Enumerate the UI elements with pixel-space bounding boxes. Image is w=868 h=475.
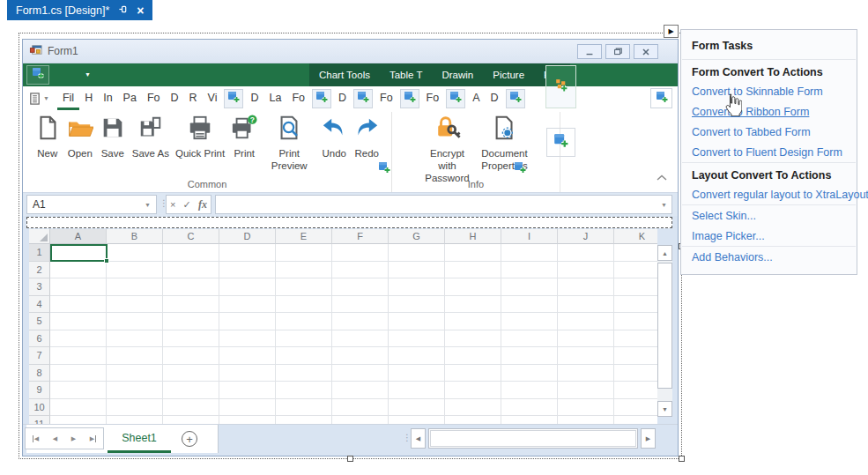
- print-preview-button[interactable]: Print Preview: [261, 115, 317, 172]
- cell-g5[interactable]: [389, 313, 445, 330]
- task-link-image-picker[interactable]: Image Picker...: [681, 226, 857, 246]
- column-header-j[interactable]: J: [558, 229, 614, 244]
- contextual-tab-table-t[interactable]: Table T: [380, 70, 433, 80]
- ribbon-tab-fo[interactable]: Fo: [375, 86, 398, 110]
- cell-j9[interactable]: [558, 382, 614, 399]
- cell-e9[interactable]: [276, 382, 332, 399]
- column-header-e[interactable]: E: [276, 229, 332, 244]
- task-link-convert-to-fluent-design-form[interactable]: Convert to Fluent Design Form: [681, 142, 857, 162]
- cell-j3[interactable]: [558, 278, 614, 296]
- close-icon[interactable]: ×: [137, 4, 144, 17]
- cell-b11[interactable]: [107, 416, 163, 424]
- cell-h11[interactable]: [445, 416, 501, 424]
- cell-i6[interactable]: [501, 330, 558, 348]
- resize-handle-bottom-right[interactable]: [679, 456, 685, 462]
- cell-c1[interactable]: [163, 244, 219, 262]
- insert-function-button[interactable]: fx: [198, 198, 207, 212]
- cell-h9[interactable]: [445, 382, 501, 399]
- cell-h2[interactable]: [445, 262, 501, 279]
- add-tab-button[interactable]: [312, 89, 331, 108]
- task-link-convert-to-tabbed-form[interactable]: Convert to Tabbed Form: [681, 122, 857, 142]
- cell-e6[interactable]: [276, 330, 332, 348]
- cell-b2[interactable]: [107, 262, 163, 279]
- ribbon-tab-r[interactable]: R: [184, 86, 203, 110]
- ribbon-tab-fil[interactable]: Fil: [57, 86, 79, 110]
- cell-h1[interactable]: [445, 244, 501, 262]
- add-tab-button[interactable]: [400, 89, 419, 108]
- ribbon-smart-tag-button[interactable]: [26, 65, 49, 85]
- add-tab-button[interactable]: [353, 89, 373, 108]
- contextual-tab-chart-tools[interactable]: Chart Tools: [309, 70, 380, 80]
- column-header-k[interactable]: K: [614, 229, 657, 244]
- cell-k3[interactable]: [614, 278, 657, 296]
- row-header-3[interactable]: 3: [29, 278, 50, 296]
- pin-icon[interactable]: [118, 4, 128, 17]
- cell-d7[interactable]: [219, 347, 276, 365]
- ribbon-tab-fo[interactable]: Fo: [421, 86, 445, 110]
- cell-j6[interactable]: [558, 330, 614, 348]
- cell-b6[interactable]: [107, 330, 163, 348]
- cell-i8[interactable]: [501, 365, 558, 382]
- cell-f7[interactable]: [332, 347, 389, 365]
- cell-c9[interactable]: [163, 382, 219, 399]
- cell-i3[interactable]: [501, 278, 558, 296]
- quick-print-button[interactable]: Quick Print: [173, 115, 227, 172]
- ribbon-tab-h[interactable]: H: [79, 86, 98, 110]
- enter-formula-button[interactable]: ✓: [183, 199, 191, 211]
- cell-c8[interactable]: [163, 365, 219, 382]
- cell-g1[interactable]: [389, 244, 445, 262]
- add-item-smart-tag[interactable]: [514, 161, 526, 174]
- cell-j1[interactable]: [558, 244, 614, 262]
- cell-d8[interactable]: [219, 365, 276, 382]
- cell-g9[interactable]: [389, 382, 445, 399]
- cell-i2[interactable]: [501, 262, 558, 279]
- cell-name-box[interactable]: A1 ▼: [26, 195, 157, 214]
- row-header-5[interactable]: 5: [29, 313, 50, 330]
- cell-i5[interactable]: [501, 313, 558, 330]
- formula-input[interactable]: ▼: [215, 195, 672, 214]
- ribbon-tab-d[interactable]: D: [245, 86, 263, 110]
- cell-j7[interactable]: [558, 347, 614, 365]
- cell-k4[interactable]: [614, 296, 657, 314]
- cell-a3[interactable]: [50, 278, 107, 296]
- cell-f8[interactable]: [332, 365, 389, 382]
- task-link-convert-to-ribbon-form[interactable]: Convert to Ribbon Form: [681, 101, 857, 122]
- horizontal-scrollbar[interactable]: [428, 428, 638, 449]
- ribbon-tab-fo[interactable]: Fo: [286, 86, 310, 110]
- ribbon-tab-fo[interactable]: Fo: [142, 86, 166, 110]
- contextual-tab-drawin[interactable]: Drawin: [432, 70, 483, 80]
- cell-f5[interactable]: [332, 313, 389, 330]
- column-header-b[interactable]: B: [107, 229, 163, 244]
- maximize-button[interactable]: [605, 44, 630, 59]
- row-header-7[interactable]: 7: [29, 347, 50, 365]
- cell-c10[interactable]: [163, 399, 219, 417]
- save-as-button[interactable]: Save As: [130, 115, 172, 172]
- cell-g6[interactable]: [389, 330, 445, 348]
- add-tab-button[interactable]: [506, 89, 525, 108]
- cell-b4[interactable]: [107, 296, 163, 314]
- open-button[interactable]: Open: [64, 115, 96, 172]
- cell-h3[interactable]: [445, 278, 501, 296]
- column-header-f[interactable]: F: [332, 229, 389, 244]
- cell-a5[interactable]: [50, 313, 107, 330]
- row-header-11[interactable]: 11: [29, 416, 50, 424]
- save-button[interactable]: Save: [97, 115, 129, 172]
- add-page-group-button[interactable]: [545, 65, 576, 108]
- next-sheet-button[interactable]: ▶: [71, 435, 76, 442]
- task-link-convert-to-skinnable-form[interactable]: Convert to Skinnable Form: [681, 81, 857, 101]
- cell-k1[interactable]: [614, 244, 657, 262]
- row-header-6[interactable]: 6: [29, 330, 50, 348]
- cell-i1[interactable]: [501, 244, 558, 262]
- cell-f11[interactable]: [332, 416, 389, 424]
- cell-e7[interactable]: [276, 347, 332, 365]
- sheet-tab[interactable]: Sheet1: [108, 425, 171, 453]
- cell-b1[interactable]: [107, 244, 163, 262]
- cell-b10[interactable]: [107, 399, 163, 417]
- ribbon-tab-pa[interactable]: Pa: [118, 86, 142, 110]
- ribbon-tab-d[interactable]: D: [486, 86, 504, 110]
- cell-e11[interactable]: [276, 416, 332, 424]
- ribbon-tab-d[interactable]: D: [333, 86, 352, 110]
- scroll-right-button[interactable]: ▶: [641, 428, 656, 449]
- cell-k2[interactable]: [614, 262, 657, 279]
- encrypt-with-password-button[interactable]: Encrypt with Password: [419, 115, 476, 184]
